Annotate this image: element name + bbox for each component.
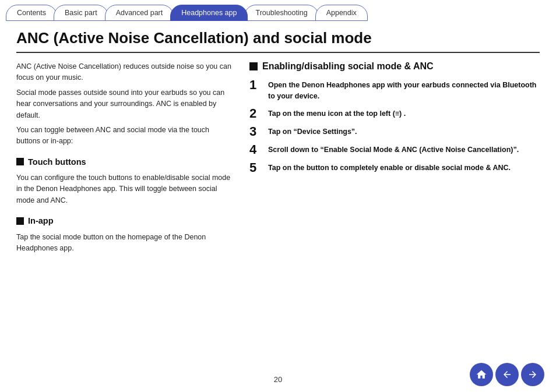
forward-button[interactable] [521,363,544,386]
square-bullet-icon-3 [249,62,258,70]
page-title: ANC (Active Noise Cancellation) and soci… [16,29,540,53]
intro-text-2: Social mode passes outside sound into yo… [16,87,232,121]
back-button[interactable] [495,363,519,386]
step-number: 4 [249,143,262,156]
nav-tab-advanced-part[interactable]: Advanced part [105,5,174,21]
touch-buttons-heading: Touch buttons [16,156,232,168]
home-button[interactable] [470,363,493,386]
step-number: 1 [249,79,262,91]
step-number: 5 [249,161,262,174]
square-bullet-icon-2 [16,217,24,225]
intro-text-1: ANC (Active Noise Cancellation) reduces … [16,61,232,84]
step-number: 2 [249,107,262,120]
home-icon [476,369,487,380]
step-text: Tap on “Device Settings”. [268,126,357,137]
step-item-1: 1 Open the Denon Headphones app with you… [249,80,540,102]
step-text: Open the Denon Headphones app with your … [268,80,540,102]
intro-text-3: You can toggle between ANC and social mo… [16,125,232,147]
step-item-5: 5 Tap on the button to completely enable… [249,163,540,174]
step-item-4: 4 Scroll down to “Enable Social Mode & A… [249,144,540,156]
step-text: Scroll down to “Enable Social Mode & ANC… [268,144,519,156]
right-column: Enabling/disabling social mode & ANC 1 O… [249,61,540,256]
nav-tab-contents[interactable]: Contents [6,5,57,21]
step-text: Tap on the button to completely enable o… [268,163,511,174]
step-number: 3 [249,125,262,138]
step-text: Tap on the menu icon at the top left (≡)… [268,108,406,119]
navigation-tabs: ContentsBasic partAdvanced partHeadphone… [0,5,556,21]
nav-tab-troubleshooting[interactable]: Troubleshooting [244,5,318,21]
nav-buttons [470,363,544,386]
in-app-body: Tap the social mode button on the homepa… [16,232,232,255]
right-section-heading: Enabling/disabling social mode & ANC [249,61,540,72]
left-column: ANC (Active Noise Cancellation) reduces … [16,61,232,256]
nav-tab-basic-part[interactable]: Basic part [54,5,108,21]
nav-tab-appendix[interactable]: Appendix [315,5,368,21]
square-bullet-icon [16,158,24,165]
steps-list: 1 Open the Denon Headphones app with you… [249,80,540,174]
main-content: ANC (Active Noise Cancellation) and soci… [0,21,556,264]
content-columns: ANC (Active Noise Cancellation) reduces … [16,61,540,256]
forward-arrow-icon [527,369,538,380]
back-arrow-icon [502,369,512,380]
in-app-heading: In-app [16,214,232,227]
step-item-2: 2 Tap on the menu icon at the top left (… [249,108,540,120]
nav-tab-headphones-app[interactable]: Headphones app [170,5,248,21]
step-item-3: 3 Tap on “Device Settings”. [249,126,540,138]
touch-buttons-body: You can configure the touch buttons to e… [16,172,232,206]
page-number: 20 [274,375,282,384]
